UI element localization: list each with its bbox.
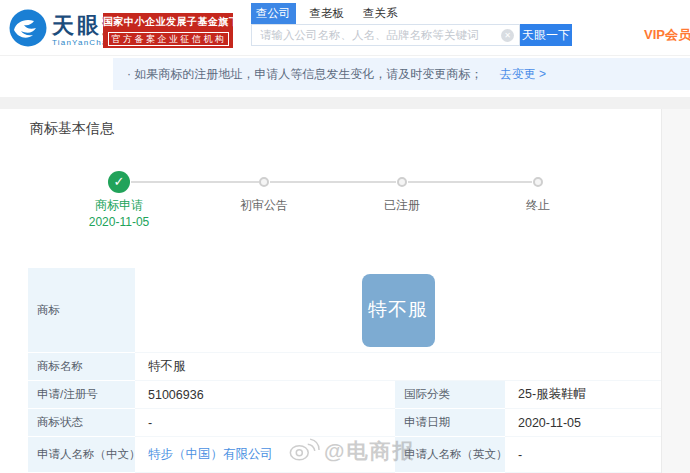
row-regno-label: 申请/注册号 (28, 381, 135, 409)
badge-line2: 官方备案企业征信机构 (108, 32, 229, 46)
tab-relation[interactable]: 查关系 (358, 3, 403, 24)
row-name-value: 特不服 (135, 353, 661, 381)
page-right-margin (661, 109, 690, 473)
row-applicant-cn-value: 特步（中国）有限公司 (135, 437, 395, 473)
timeline-step-apply: 商标申请 (74, 197, 164, 214)
badge-line1: 国家中小企业发展子基金旗下 (103, 15, 233, 28)
row-apply-date-label: 申请日期 (395, 409, 505, 437)
tab-company[interactable]: 查公司 (251, 3, 296, 24)
row-intl-class-value: 25-服装鞋帽 (505, 381, 661, 409)
notice-section: · 如果商标的注册地址，申请人等信息发生变化，请及时变更商标； 去变更 > (0, 57, 690, 97)
clear-circle-icon[interactable]: ✕ (501, 29, 514, 42)
vip-member-link[interactable]: VIP会员 ▾ (644, 26, 690, 44)
applicant-company-link[interactable]: 特步（中国）有限公司 (148, 446, 273, 463)
row-status-value: - (135, 409, 395, 437)
trademark-basic-info-card: 商标基本信息 ✓ 商标申请 2020-11-05 初审公告 已注册 终止 商标 … (0, 109, 661, 473)
row-name-label: 商标名称 (28, 353, 135, 381)
timeline-step-registered: 已注册 (357, 197, 447, 214)
tab-boss[interactable]: 查老板 (305, 3, 350, 24)
go-change-link[interactable]: 去变更 > (500, 67, 546, 81)
timeline-step-apply-date: 2020-11-05 (74, 215, 164, 229)
check-circle-icon: ✓ (108, 171, 130, 193)
search-input[interactable] (252, 25, 519, 45)
top-header: 天眼查 TianYanCha.com 国家中小企业发展子基金旗下 官方备案企业征… (0, 0, 690, 56)
timeline-step-preliminary: 初审公告 (219, 197, 309, 214)
official-certification-badge: 国家中小企业发展子基金旗下 官方备案企业征信机构 (103, 13, 233, 48)
trademark-image[interactable]: 特不服 (362, 274, 435, 347)
row-status-label: 商标状态 (28, 409, 135, 437)
notice-text: · 如果商标的注册地址，申请人等信息发生变化，请及时变更商标； (127, 67, 482, 81)
row-apply-date-value: 2020-11-05 (505, 409, 661, 437)
row-applicant-en-label: 申请人名称（英文） (395, 437, 505, 473)
trademark-change-notice: · 如果商标的注册地址，申请人等信息发生变化，请及时变更商标； 去变更 > (113, 58, 690, 90)
trademark-details-table: 商标 特不服 商标名称 特不服 申请/注册号 51006936 国际分类 25-… (28, 268, 661, 473)
timeline-dot-pending (259, 177, 269, 187)
timeline-connector (408, 181, 532, 183)
search-tabs: 查公司 查老板 查关系 (251, 3, 412, 24)
row-regno-value: 51006936 (135, 381, 395, 409)
row-mark-value: 特不服 (135, 268, 661, 353)
search-box: ✕ (251, 24, 520, 46)
row-intl-class-label: 国际分类 (395, 381, 505, 409)
timeline-connector (131, 181, 259, 183)
search-button[interactable]: 天眼一下 (520, 24, 572, 46)
timeline-dot-pending (533, 177, 543, 187)
timeline-connector (270, 181, 396, 183)
page-divider (0, 97, 690, 109)
timeline-dot-pending (397, 177, 407, 187)
row-applicant-en-value: - (505, 437, 661, 473)
section-title: 商标基本信息 (30, 120, 114, 138)
row-mark-label: 商标 (28, 268, 135, 353)
tianyancha-eye-icon (9, 9, 47, 51)
row-applicant-cn-label: 申请人名称（中文） (28, 437, 135, 473)
timeline-step-terminated: 终止 (493, 197, 583, 214)
